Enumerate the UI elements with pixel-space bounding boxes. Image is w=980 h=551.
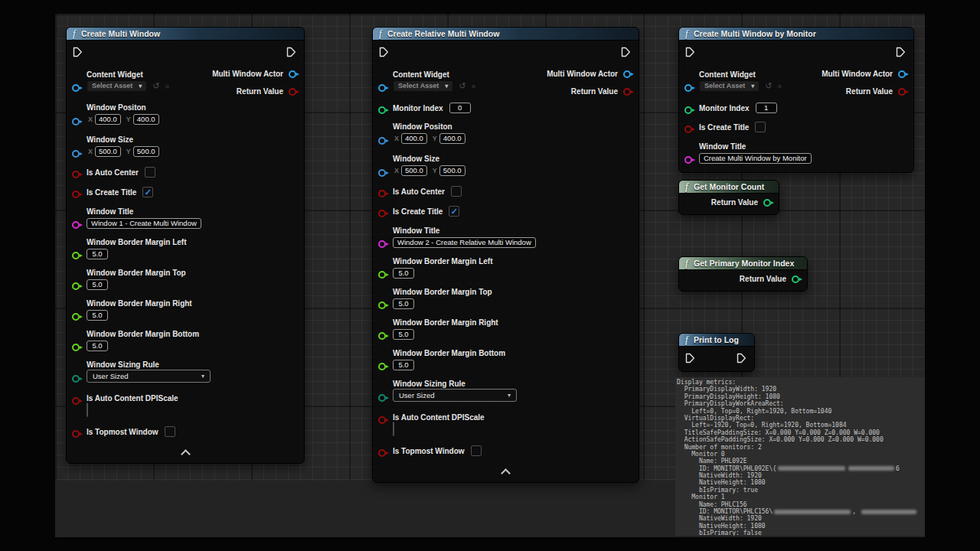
- asset-picker-dropdown[interactable]: Select Asset▾: [699, 80, 760, 92]
- node-create-multi-window-by-monitor[interactable]: fCreate Multi Window by MonitorContent W…: [678, 27, 914, 173]
- return-value-pin[interactable]: [898, 88, 906, 96]
- window-positon-pin[interactable]: [378, 137, 386, 145]
- window-border-margin-left-input[interactable]: 5.0: [393, 268, 414, 279]
- is-auto-center-checkbox[interactable]: [145, 167, 155, 178]
- node-header[interactable]: fCreate Relative Multi Window: [373, 28, 639, 41]
- is-create-title-pin[interactable]: [72, 191, 80, 198]
- exec-out-pin[interactable]: [621, 47, 631, 57]
- window-size-x-input[interactable]: 500.0: [95, 146, 121, 157]
- node-header[interactable]: fGet Primary Monitor Index: [679, 257, 807, 270]
- window-border-margin-left-pin[interactable]: [72, 252, 80, 259]
- window-border-margin-right-pin[interactable]: [378, 332, 386, 340]
- is-create-title-checkbox[interactable]: [142, 187, 153, 197]
- exec-in-pin[interactable]: [73, 47, 83, 57]
- browse-asset-icon[interactable]: ⌕: [777, 81, 782, 91]
- window-size-y-input[interactable]: 500.0: [439, 165, 466, 176]
- window-border-margin-bottom-input[interactable]: 5.0: [393, 360, 414, 370]
- window-title-input[interactable]: Create Multi Window by Monitor: [699, 153, 812, 164]
- window-positon-x-input[interactable]: 400.0: [95, 114, 121, 125]
- window-size-pin[interactable]: [72, 150, 80, 158]
- monitor-index-pin[interactable]: [378, 106, 386, 114]
- window-sizing-rule-pin[interactable]: [72, 375, 80, 383]
- browse-asset-icon[interactable]: ⌕: [165, 81, 169, 91]
- window-title-pin[interactable]: [378, 240, 386, 248]
- exec-in-pin[interactable]: [685, 353, 695, 364]
- is-topmost-window-checkbox[interactable]: [471, 445, 482, 456]
- collapse-node-chevron[interactable]: [501, 468, 511, 478]
- node-header[interactable]: fCreate Multi Window: [67, 28, 304, 41]
- window-border-margin-bottom-pin[interactable]: [72, 344, 80, 351]
- is-auto-center-pin[interactable]: [72, 171, 80, 178]
- window-border-margin-top-input[interactable]: 5.0: [393, 298, 414, 309]
- browse-asset-icon[interactable]: ⌕: [471, 81, 475, 91]
- is-topmost-window-checkbox[interactable]: [165, 426, 175, 437]
- asset-picker-dropdown[interactable]: Select Asset▾: [87, 80, 147, 92]
- window-positon-y-input[interactable]: 400.0: [133, 114, 159, 125]
- is-auto-content-dpiscale-checkbox[interactable]: [87, 403, 88, 417]
- is-create-title-pin[interactable]: [378, 210, 386, 217]
- node-get-monitor-count[interactable]: fGet Monitor CountReturn Value: [678, 180, 779, 215]
- exec-in-pin[interactable]: [379, 47, 389, 57]
- multi-window-actor-pin[interactable]: [289, 70, 296, 78]
- is-auto-content-dpiscale-pin[interactable]: [72, 397, 80, 405]
- node-print-to-log[interactable]: fPrint to Log: [678, 333, 755, 372]
- content-widget-pin[interactable]: [378, 84, 386, 92]
- window-border-margin-left-pin[interactable]: [378, 271, 386, 279]
- window-title-input[interactable]: Window 1 - Create Multi Window: [87, 218, 201, 229]
- is-create-title-checkbox[interactable]: [449, 206, 459, 217]
- node-create-relative-multi-window[interactable]: fCreate Relative Multi WindowContent Wid…: [372, 27, 639, 483]
- window-border-margin-top-pin[interactable]: [72, 282, 80, 290]
- window-sizing-rule-dropdown[interactable]: User Sized▾: [393, 389, 517, 402]
- window-positon-x-input[interactable]: 400.0: [401, 133, 427, 144]
- window-positon-y-input[interactable]: 400.0: [439, 133, 466, 144]
- is-auto-center-checkbox[interactable]: [451, 186, 462, 197]
- is-auto-content-dpiscale-pin[interactable]: [378, 416, 386, 424]
- window-border-margin-top-input[interactable]: 5.0: [87, 279, 108, 290]
- return-value-pin[interactable]: [792, 276, 799, 283]
- window-border-margin-bottom-pin[interactable]: [378, 363, 386, 370]
- window-title-pin[interactable]: [72, 221, 80, 229]
- window-border-margin-right-input[interactable]: 5.0: [87, 310, 108, 321]
- window-border-margin-right-input[interactable]: 5.0: [393, 329, 414, 340]
- multi-window-actor-pin[interactable]: [898, 70, 906, 78]
- exec-out-pin[interactable]: [286, 47, 296, 57]
- content-widget-pin[interactable]: [72, 84, 80, 92]
- window-border-margin-bottom-input[interactable]: 5.0: [87, 341, 108, 351]
- window-positon-pin[interactable]: [72, 118, 80, 126]
- return-value-pin[interactable]: [623, 88, 631, 96]
- window-size-y-input[interactable]: 500.0: [133, 146, 159, 157]
- window-title-pin[interactable]: [684, 156, 692, 164]
- window-size-x-input[interactable]: 500.0: [401, 165, 427, 176]
- node-header[interactable]: fCreate Multi Window by Monitor: [679, 28, 913, 41]
- monitor-index-input[interactable]: 0: [449, 103, 471, 113]
- node-get-primary-monitor-index[interactable]: fGet Primary Monitor IndexReturn Value: [678, 256, 808, 292]
- node-create-multi-window[interactable]: fCreate Multi WindowContent WidgetSelect…: [66, 27, 305, 464]
- is-auto-center-pin[interactable]: [378, 190, 386, 197]
- exec-out-pin[interactable]: [896, 47, 906, 57]
- is-create-title-checkbox[interactable]: [755, 122, 766, 132]
- is-create-title-pin[interactable]: [684, 126, 692, 133]
- window-border-margin-top-pin[interactable]: [378, 302, 386, 309]
- asset-picker-dropdown[interactable]: Select Asset▾: [393, 80, 453, 92]
- window-border-margin-right-pin[interactable]: [72, 313, 80, 321]
- window-sizing-rule-dropdown[interactable]: User Sized▾: [87, 370, 211, 383]
- use-asset-icon[interactable]: ↺: [765, 81, 772, 91]
- use-asset-icon[interactable]: ↺: [152, 81, 159, 91]
- exec-in-pin[interactable]: [685, 47, 695, 57]
- multi-window-actor-pin[interactable]: [623, 70, 631, 78]
- return-value-pin[interactable]: [289, 88, 296, 96]
- content-widget-pin[interactable]: [684, 84, 692, 92]
- window-border-margin-left-input[interactable]: 5.0: [87, 249, 108, 259]
- return-value-pin[interactable]: [763, 199, 771, 207]
- window-sizing-rule-pin[interactable]: [378, 394, 386, 402]
- is-auto-content-dpiscale-checkbox[interactable]: [393, 422, 394, 436]
- exec-out-pin[interactable]: [737, 353, 746, 364]
- monitor-index-input[interactable]: 1: [756, 103, 777, 113]
- monitor-index-pin[interactable]: [684, 106, 692, 114]
- node-header[interactable]: fPrint to Log: [679, 334, 754, 347]
- window-size-pin[interactable]: [378, 169, 386, 177]
- window-title-input[interactable]: Window 2 - Create Relative Multi Window: [393, 237, 536, 248]
- use-asset-icon[interactable]: ↺: [459, 81, 466, 91]
- is-topmost-window-pin[interactable]: [378, 449, 386, 457]
- is-topmost-window-pin[interactable]: [72, 430, 80, 438]
